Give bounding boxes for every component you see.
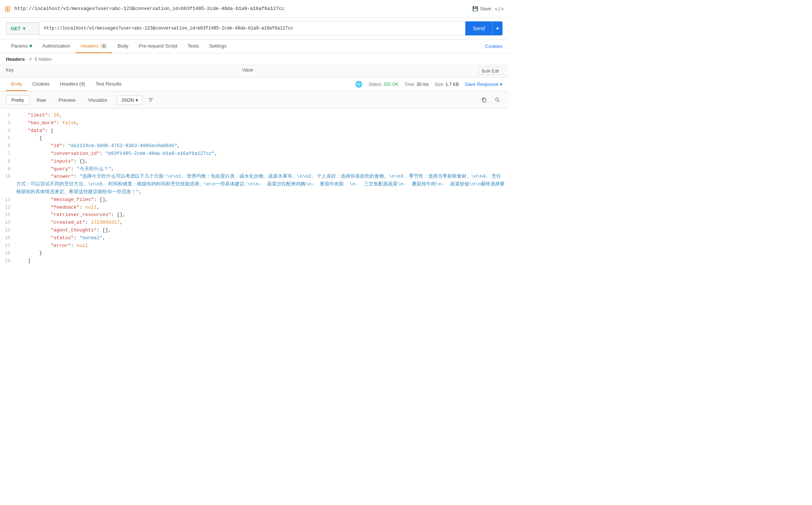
filter-icon[interactable] (145, 94, 156, 105)
line-content: "message_files": [], (16, 196, 505, 204)
time-value: 30 ms (416, 82, 428, 87)
line-content: "agent_thoughts": [], (16, 227, 505, 234)
format-bar-actions (479, 95, 503, 105)
line-content: "data": [ (16, 127, 505, 135)
json-line: 16 "status": "normal", (0, 234, 508, 242)
format-bar: Pretty Raw Preview Visualize JSON ▾ (0, 91, 508, 109)
save-response-button[interactable]: Save Response ▾ (465, 81, 503, 87)
line-number: 13 (3, 211, 16, 219)
preview-button[interactable]: Preview (53, 95, 81, 105)
line-content: "limit": 20, (16, 112, 505, 119)
tab-params[interactable]: Params (6, 39, 37, 53)
line-number: 4 (3, 127, 16, 135)
tab-prerequest-label: Pre-request Script (139, 43, 178, 49)
response-tabs: Body Cookies Headers (9) Test Results 🌐 … (0, 77, 508, 91)
line-content: "created_at": 1723099317, (16, 219, 505, 227)
json-line: 12 "feedback": null, (0, 204, 508, 212)
raw-button[interactable]: Raw (31, 95, 52, 105)
json-body: 2 "limit": 20,3 "has_more": false,4 "dat… (0, 109, 508, 474)
send-dropdown-arrow[interactable]: ▾ (492, 21, 503, 35)
line-number: 10 (3, 173, 16, 180)
line-number: 2 (3, 112, 16, 119)
line-content: "inputs": {}, (16, 158, 505, 166)
copy-icon[interactable] (479, 95, 489, 105)
json-format-label: JSON (121, 97, 134, 103)
rtab-body-label: Body (11, 81, 22, 87)
line-number: 12 (3, 204, 16, 211)
pretty-button[interactable]: Pretty (6, 95, 29, 105)
response-stats: 🌐 Status: 200 OK Time: 30 ms Size: 1.7 K… (355, 81, 503, 88)
rtab-headers-label: Headers (9) (60, 81, 85, 87)
request-tabs: Params Authorization Headers 8 Body Pre-… (0, 39, 508, 53)
tab-headers-label: Headers (81, 43, 99, 49)
time-stat: Time: 30 ms (405, 82, 429, 87)
line-number: 6 (3, 142, 16, 150)
tab-prerequest[interactable]: Pre-request Script (134, 39, 183, 53)
rtab-headers[interactable]: Headers (9) (55, 77, 91, 91)
json-line: 2 "limit": 20, (0, 112, 508, 119)
headers-badge: 8 (101, 43, 107, 49)
tab-body[interactable]: Body (112, 39, 134, 53)
rtab-test-results-label: Test Results (95, 81, 122, 87)
line-number: 18 (3, 250, 16, 257)
json-line: 7 "conversation_id": "b63f1485-2cde-48da… (0, 150, 508, 158)
tab-tests[interactable]: Tests (182, 39, 204, 53)
line-number: 9 (3, 166, 16, 173)
json-line: 17 "error": null (0, 242, 508, 250)
line-content: "feedback": null, (16, 204, 505, 212)
value-column-header: Value (242, 67, 478, 75)
headers-label: Headers (6, 56, 25, 62)
status-value: 200 OK (384, 82, 399, 87)
svg-point-4 (496, 98, 498, 101)
method-chevron-icon: ▾ (23, 26, 25, 31)
cookies-link[interactable]: Cookies (485, 40, 503, 53)
url-input[interactable] (39, 21, 465, 35)
json-line: 9 "query": "今天吃什么？", (0, 166, 508, 173)
line-number: 14 (3, 219, 16, 226)
code-icon[interactable]: </> (495, 6, 504, 12)
globe-icon: 🌐 (355, 81, 363, 88)
json-format-select[interactable]: JSON ▾ (117, 95, 142, 105)
line-content: "conversation_id": "b63f1485-2cde-48da-b… (16, 150, 505, 158)
table-header: Key Value Bulk Edit (0, 65, 508, 77)
rtab-cookies[interactable]: Cookies (27, 77, 55, 91)
save-response-chevron: ▾ (500, 81, 503, 87)
line-number: 3 (3, 119, 16, 127)
bulk-edit-button[interactable]: Bulk Edit (479, 67, 503, 75)
method-select[interactable]: GET ▾ (6, 22, 39, 35)
json-line: 15 "agent_thoughts": [], (0, 227, 508, 234)
tab-settings[interactable]: Settings (204, 39, 232, 53)
size-value: 1.7 KB (445, 82, 459, 87)
status-label: Status: 200 OK (368, 82, 398, 87)
json-format-chevron: ▾ (136, 97, 138, 103)
line-number: 19 (3, 257, 16, 265)
save-icon: 💾 (472, 6, 478, 11)
tab-headers[interactable]: Headers 8 (76, 39, 112, 53)
json-line: 4 "data": [ (0, 127, 508, 135)
app-icon: ⊞ (4, 4, 11, 13)
send-button-label[interactable]: Send (465, 21, 492, 35)
json-line: 13 "retriever_resources": [], (0, 211, 508, 219)
line-number: 11 (3, 196, 16, 203)
visualize-button[interactable]: Visualize (83, 95, 113, 105)
headers-section: Headers 👁 6 hidden (0, 53, 508, 65)
rtab-test-results[interactable]: Test Results (90, 77, 127, 91)
send-button[interactable]: Send ▾ (465, 21, 503, 35)
tab-authorization-label: Authorization (42, 43, 70, 49)
search-icon[interactable] (492, 95, 503, 105)
json-line: 8 "inputs": {}, (0, 158, 508, 166)
tab-authorization[interactable]: Authorization (37, 39, 76, 53)
rtab-body[interactable]: Body (6, 77, 27, 91)
json-line: 10 "answer": "选择今天吃什么可以考虑以下几个方面:\n\n1. 营… (0, 173, 508, 196)
request-bar: GET ▾ Send ▾ (0, 18, 508, 39)
line-number: 17 (3, 242, 16, 250)
save-button[interactable]: 💾 Save (472, 6, 491, 11)
json-line: 19 ] (0, 257, 508, 265)
line-content: { (16, 135, 505, 142)
tab-settings-label: Settings (209, 43, 227, 49)
save-response-label: Save Response (465, 81, 498, 87)
json-line: 6 "id": "de2224cd-9d96-4752-8383-4985ec0… (0, 142, 508, 150)
line-number: 15 (3, 227, 16, 234)
line-content: "error": null (16, 242, 505, 250)
line-number: 16 (3, 234, 16, 242)
